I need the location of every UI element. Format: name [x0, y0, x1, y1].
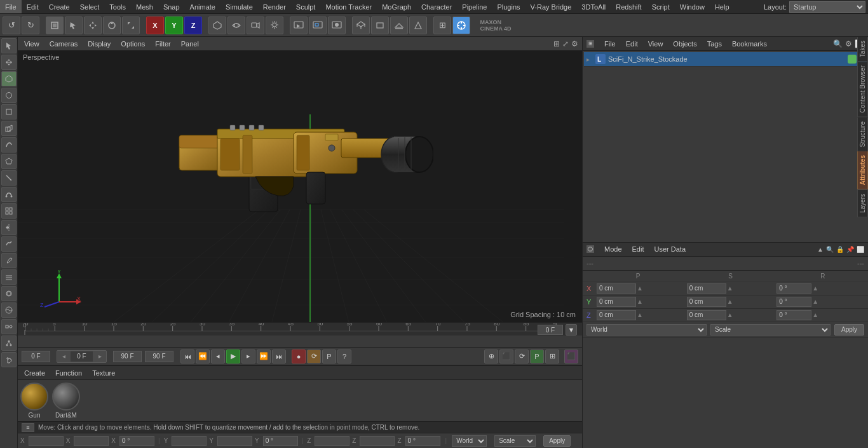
apply-button[interactable]: Apply — [543, 435, 571, 447]
attr-z-pos-stepper[interactable]: ▲ — [637, 311, 643, 318]
attr-triangle-icon[interactable]: ▲ — [817, 246, 824, 253]
play-forward-button[interactable]: ▶ — [226, 350, 240, 363]
mat-texture-menu[interactable]: Texture — [90, 368, 118, 378]
obj-view-menu[interactable]: View — [646, 39, 666, 49]
attr-y-rot-stepper[interactable]: ▲ — [812, 298, 818, 305]
menu-simulate[interactable]: Simulate — [220, 0, 258, 13]
keyframe-button[interactable]: P — [322, 350, 336, 363]
attr-x-pos[interactable] — [597, 283, 636, 294]
tool-ik[interactable] — [1, 336, 17, 351]
coord-x-rot[interactable] — [119, 436, 154, 446]
redo-button[interactable]: ↻ — [22, 17, 39, 34]
attr-pin-icon[interactable]: 📌 — [846, 246, 854, 253]
menu-3dtoall[interactable]: 3DToAll — [576, 0, 611, 13]
attr-x-rot[interactable] — [776, 283, 811, 294]
render-button[interactable] — [290, 17, 308, 34]
obj-tags-menu[interactable]: Tags — [705, 39, 724, 49]
move-button[interactable] — [84, 17, 102, 34]
tool-paint[interactable] — [1, 253, 17, 268]
scale-dropdown[interactable]: Scale Absolute — [494, 435, 536, 447]
timeline-frame-input[interactable] — [538, 325, 563, 335]
camera-view-button[interactable] — [409, 17, 427, 34]
world-select-attr[interactable]: World Object — [587, 324, 707, 336]
mat-function-menu[interactable]: Function — [53, 368, 85, 378]
goto-start-button[interactable]: ⏮ — [180, 350, 194, 363]
select-mode-button[interactable] — [65, 17, 83, 34]
viewport-canvas[interactable]: Perspective Grid Spacing : 10 cm Y X — [18, 51, 582, 322]
vp-panel-menu[interactable]: Panel — [179, 39, 201, 49]
obj-objects-menu[interactable]: Objects — [670, 39, 699, 49]
z-axis-button[interactable]: Z — [184, 17, 202, 34]
tool-polygon[interactable] — [1, 154, 17, 169]
tool-pointer[interactable] — [1, 38, 17, 53]
view-top-button[interactable] — [352, 17, 370, 34]
tool-spline[interactable] — [1, 187, 17, 202]
attributes-tab[interactable]: Attributes — [857, 151, 868, 189]
vp-display-menu[interactable]: Display — [85, 39, 113, 49]
tool-simulation[interactable] — [1, 286, 17, 301]
record-button[interactable]: ● — [292, 350, 306, 363]
structure-tab[interactable]: Structure — [857, 118, 868, 152]
material-item-gun[interactable]: Gun — [20, 383, 48, 419]
goto-end-button[interactable]: ⏭ — [272, 350, 286, 363]
coord-y-rot[interactable] — [263, 436, 298, 446]
attr-maximize-icon[interactable]: ⬜ — [857, 246, 864, 253]
menu-mesh[interactable]: Mesh — [131, 0, 158, 13]
menu-select[interactable]: Select — [75, 0, 105, 13]
render-region-button[interactable] — [309, 17, 327, 34]
timeline-arrow[interactable]: ▼ — [566, 324, 577, 336]
view-front-button[interactable] — [371, 17, 389, 34]
menu-render[interactable]: Render — [258, 0, 291, 13]
attr-y-pos-stepper[interactable]: ▲ — [637, 298, 643, 305]
menu-script[interactable]: Script — [647, 0, 675, 13]
world-dropdown[interactable]: World Object Global — [452, 435, 487, 447]
tool-layer[interactable] — [1, 269, 17, 285]
coord-x-size[interactable] — [74, 436, 109, 446]
layout-select[interactable]: Startup — [789, 1, 865, 13]
timeline-ruler[interactable]: 0 0 5 10 — [18, 323, 582, 336]
frame-up-btn[interactable]: ▸ — [94, 351, 105, 362]
help-button[interactable]: ? — [337, 350, 351, 363]
status-icon[interactable]: ≡ — [22, 423, 34, 432]
menu-tools[interactable]: Tools — [104, 0, 131, 13]
scale-key-btn[interactable]: ⟳ — [515, 350, 529, 363]
menu-vray[interactable]: V-Ray Bridge — [526, 0, 577, 13]
obj-visibility-green[interactable] — [848, 55, 857, 64]
attr-y-pos[interactable] — [597, 297, 636, 307]
rotate-button[interactable] — [103, 17, 121, 34]
floor-button[interactable] — [390, 17, 408, 34]
attr-z-rot[interactable] — [776, 310, 811, 320]
object-row-gun[interactable]: ▸ L SciFi_N_Strike_Stockade — [584, 52, 867, 67]
tool-grid[interactable] — [1, 203, 17, 219]
vp-arrows-icon[interactable]: ⤢ — [562, 39, 569, 48]
rotate-key-btn[interactable]: ⬛ — [499, 350, 513, 363]
menu-sculpt[interactable]: Sculpt — [291, 0, 321, 13]
loop-button[interactable]: ⟳ — [307, 350, 321, 363]
next-key-button[interactable]: ⏩ — [257, 350, 271, 363]
track-key-btn[interactable]: ⊞ — [545, 350, 559, 363]
coord-y-size[interactable] — [217, 436, 252, 446]
attr-z-size[interactable] — [687, 310, 726, 320]
attr-edit-menu[interactable]: Edit — [630, 244, 647, 254]
tool-rotate[interactable] — [1, 88, 17, 103]
expand-arrow[interactable]: ▸ — [587, 56, 595, 63]
attr-x-rot-stepper[interactable]: ▲ — [812, 285, 818, 292]
menu-motion-tracker[interactable]: Motion Tracker — [320, 0, 377, 13]
playback-start-frame[interactable] — [22, 351, 50, 362]
menu-help[interactable]: Help — [710, 0, 735, 13]
camera-button[interactable] — [247, 17, 264, 34]
menu-pipeline[interactable]: Pipeline — [457, 0, 492, 13]
layers-tab[interactable]: Layers — [857, 189, 868, 217]
menu-file[interactable]: File — [0, 0, 22, 13]
attr-userdata-menu[interactable]: User Data — [652, 244, 689, 254]
vp-settings-icon[interactable]: ⚙ — [571, 39, 578, 48]
menu-mograph[interactable]: MoGraph — [377, 0, 416, 13]
x-axis-button[interactable]: X — [146, 17, 164, 34]
tool-morph[interactable] — [1, 319, 17, 334]
mat-create-menu[interactable]: Create — [22, 368, 48, 378]
move-key-btn[interactable]: ⊕ — [484, 350, 498, 363]
menu-redshift[interactable]: Redshift — [611, 0, 646, 13]
motion-clip-btn[interactable]: ⬛ — [564, 350, 578, 363]
obj-search-icon[interactable]: 🔍 — [833, 39, 843, 48]
playback-current-frame[interactable] — [71, 351, 93, 362]
